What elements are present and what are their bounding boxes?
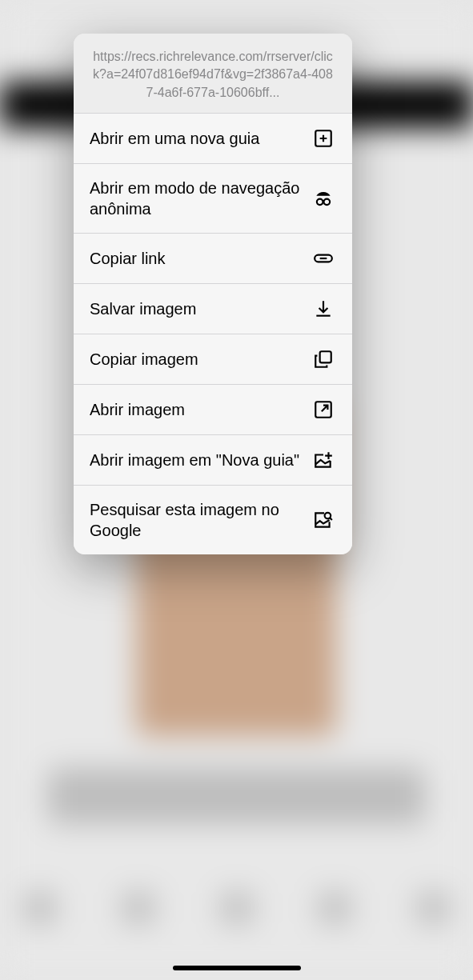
menu-item-search-image-google[interactable]: Pesquisar esta imagem no Google xyxy=(74,486,352,554)
home-indicator[interactable] xyxy=(173,966,301,970)
svg-point-4 xyxy=(324,199,331,206)
menu-item-open-image-new-tab[interactable]: Abrir imagem em "Nova guia" xyxy=(74,435,352,486)
svg-point-14 xyxy=(325,513,331,519)
menu-item-copy-link[interactable]: Copiar link xyxy=(74,234,352,284)
menu-item-label: Pesquisar esta imagem no Google xyxy=(90,499,312,541)
menu-item-open-image[interactable]: Abrir imagem xyxy=(74,385,352,435)
open-external-icon xyxy=(312,398,335,421)
menu-item-open-new-tab[interactable]: Abrir em uma nova guia xyxy=(74,114,352,164)
menu-item-label: Salvar imagem xyxy=(90,298,207,319)
download-icon xyxy=(312,298,335,320)
context-menu: https://recs.richrelevance.com/rrserver/… xyxy=(74,34,352,554)
menu-item-label: Abrir em modo de navegação anônima xyxy=(90,178,312,219)
svg-rect-10 xyxy=(320,351,331,362)
menu-item-label: Copiar imagem xyxy=(90,349,210,370)
menu-item-label: Copiar link xyxy=(90,248,176,269)
incognito-icon xyxy=(312,187,335,210)
menu-item-copy-image[interactable]: Copiar imagem xyxy=(74,334,352,385)
image-add-icon xyxy=(312,449,335,471)
menu-item-label: Abrir imagem xyxy=(90,399,196,420)
image-search-icon xyxy=(312,509,335,531)
menu-item-open-incognito[interactable]: Abrir em modo de navegação anônima xyxy=(74,164,352,234)
context-menu-url: https://recs.richrelevance.com/rrserver/… xyxy=(74,34,352,114)
svg-point-3 xyxy=(317,199,323,206)
plus-box-icon xyxy=(312,127,335,150)
menu-item-label: Abrir em uma nova guia xyxy=(90,128,271,149)
menu-item-save-image[interactable]: Salvar imagem xyxy=(74,284,352,334)
link-icon xyxy=(312,247,335,270)
menu-item-label: Abrir imagem em "Nova guia" xyxy=(90,450,311,470)
copy-icon xyxy=(312,348,335,370)
svg-line-15 xyxy=(330,518,332,520)
